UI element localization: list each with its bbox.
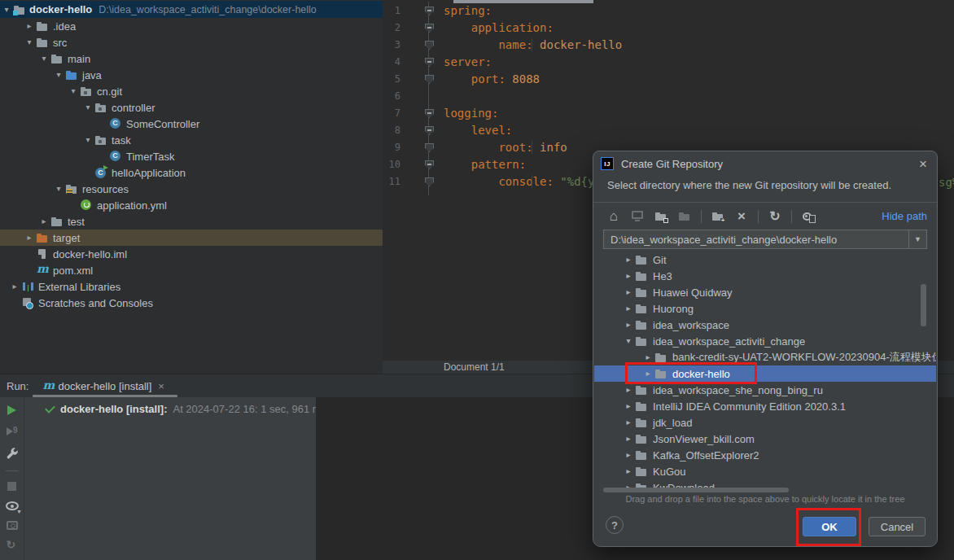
dialog-tree-item-idea-workspace[interactable]: ▸idea_workspace [594, 317, 936, 333]
code-text[interactable]: pattern: [444, 158, 526, 171]
tree-item-resources[interactable]: ▾resources [0, 181, 383, 197]
auto-rerun-sync-button[interactable] [7, 540, 18, 552]
thread-dump-camera-button[interactable] [7, 521, 18, 530]
code-text[interactable]: spring: [444, 4, 492, 17]
tree-item-docker-hello-iml[interactable]: docker-hello.iml [0, 246, 383, 262]
chevron-down-icon[interactable]: ▾ [52, 67, 65, 83]
code-line-6[interactable]: 6 [383, 87, 954, 104]
chevron-right-icon[interactable]: ▸ [622, 300, 635, 317]
code-line-1[interactable]: 1spring: [383, 2, 954, 19]
dialog-tree-item-huawei-quidway[interactable]: ▸Huawei Quidway [594, 284, 936, 300]
fold-column[interactable] [400, 36, 444, 53]
dropdown-button[interactable]: ▼ [908, 230, 926, 248]
project-directory-button[interactable] [677, 209, 692, 224]
code-text[interactable]: root: info [444, 141, 567, 154]
cancel-button[interactable]: Cancel [869, 517, 926, 536]
chevron-right-icon[interactable]: ▸ [622, 414, 635, 431]
tree-item-helloapplication[interactable]: helloApplication [0, 164, 383, 181]
chevron-down-icon[interactable]: ▾ [0, 2, 13, 18]
rerun-failed-tests-button[interactable] [7, 426, 18, 436]
code-line-8[interactable]: 8 level: [383, 121, 954, 138]
chevron-right-icon[interactable]: ▸ [8, 278, 21, 295]
home-directory-button[interactable]: ⌂ [606, 209, 621, 224]
fold-column[interactable] [400, 19, 444, 36]
dialog-tree-item-git[interactable]: ▸Git [594, 252, 936, 268]
chevron-down-icon[interactable]: ▾ [67, 83, 80, 99]
dialog-tree-item-he3[interactable]: ▸He3 [594, 268, 936, 284]
tree-item-controller[interactable]: ▾controller [0, 99, 383, 116]
tree-item-pom-xml[interactable]: pom.xml [0, 262, 383, 278]
code-line-3[interactable]: 3 name: docker-hello [383, 36, 954, 53]
path-combo-box[interactable]: D:\idea_workspace_activiti_change\docker… [603, 230, 927, 249]
run-tab-docker-hello-install[interactable]: docker-hello [install] × [42, 374, 164, 397]
run-result-row[interactable]: docker-hello [install]: At 2024-07-22 16… [46, 403, 316, 415]
module-directory-button[interactable] [654, 209, 668, 224]
chevron-right-icon[interactable]: ▸ [37, 213, 50, 230]
show-hidden-files-button[interactable] [801, 209, 816, 224]
tree-item-src[interactable]: ▾src [0, 34, 383, 50]
chevron-right-icon[interactable]: ▸ [23, 18, 36, 34]
dialog-title-bar[interactable]: IJ Create Git Repository × [593, 151, 937, 176]
desktop-directory-button[interactable] [630, 209, 645, 224]
chevron-right-icon[interactable]: ▸ [622, 447, 635, 463]
chevron-right-icon[interactable]: ▸ [622, 398, 635, 414]
chevron-right-icon[interactable]: ▸ [622, 382, 635, 398]
chevron-right-icon[interactable]: ▸ [622, 284, 635, 300]
dialog-tree-item-huorong[interactable]: ▸Huorong [594, 300, 936, 317]
dialog-tree-item-jsonviewer-bkill-com[interactable]: ▸JsonViewer_bkill.com [594, 431, 936, 447]
fold-column[interactable] [400, 173, 444, 190]
chevron-down-icon[interactable]: ▾ [81, 132, 94, 148]
tree-item-external-libraries[interactable]: ▸External Libraries [0, 278, 383, 295]
tree-item-somecontroller[interactable]: SomeController [0, 116, 383, 132]
chevron-down-icon[interactable]: ▾ [23, 34, 36, 50]
tree-item-scratches-and-consoles[interactable]: Scratches and Consoles [0, 295, 383, 311]
delete-button[interactable]: × [734, 209, 749, 224]
chevron-right-icon[interactable]: ▸ [622, 317, 635, 333]
build-settings-wrench-button[interactable] [6, 447, 19, 460]
tree-item-test[interactable]: ▸test [0, 213, 383, 230]
code-line-4[interactable]: 4server: [383, 53, 954, 70]
close-tab-icon[interactable]: × [158, 380, 164, 392]
dialog-tree-item-kafka-offsetexplorer2[interactable]: ▸Kafka_OffsetExplorer2 [594, 447, 936, 463]
code-text[interactable]: level: [444, 124, 512, 137]
chevron-right-icon[interactable]: ▸ [622, 431, 635, 447]
chevron-down-icon[interactable]: ▾ [81, 99, 94, 116]
fold-column[interactable] [400, 70, 444, 87]
tree-item-task[interactable]: ▾task [0, 132, 383, 148]
fold-column[interactable] [400, 2, 444, 19]
code-text[interactable]: port: 8088 [444, 72, 540, 85]
code-line-7[interactable]: 7logging: [383, 104, 954, 121]
code-text[interactable]: name: docker-hello [444, 38, 622, 51]
dialog-tree-item-intellij-idea-community-edition-2020-3-1[interactable]: ▸IntelliJ IDEA Community Edition 2020.3.… [594, 398, 936, 414]
chevron-right-icon[interactable]: ▸ [23, 230, 36, 246]
tree-item-java[interactable]: ▾java [0, 67, 383, 83]
chevron-down-icon[interactable]: ▾ [622, 333, 635, 349]
tree-item-application-yml[interactable]: application.yml [0, 197, 383, 213]
dialog-tree-item-jdk-load[interactable]: ▸jdk_load [594, 414, 936, 431]
code-text[interactable]: application: [444, 21, 554, 34]
stop-button[interactable] [7, 482, 16, 491]
refresh-button[interactable]: ↻ [768, 209, 782, 224]
show-options-eye-button[interactable] [6, 501, 19, 510]
dialog-tree-item-kugou[interactable]: ▸KuGou [594, 463, 936, 479]
fold-column[interactable] [400, 104, 444, 121]
new-folder-button[interactable]: + [711, 209, 725, 224]
chevron-right-icon[interactable]: ▸ [622, 463, 635, 479]
code-line-2[interactable]: 2 application: [383, 19, 954, 36]
tree-item-idea[interactable]: ▸.idea [0, 18, 383, 34]
chevron-down-icon[interactable]: ▾ [52, 181, 65, 197]
tree-item-timertask[interactable]: TimerTask [0, 148, 383, 164]
chevron-right-icon[interactable]: ▸ [622, 268, 635, 284]
dialog-tree-item-idea-workspace-she-nong-bing-ru[interactable]: ▸idea_workspace_she_nong_bing_ru [594, 382, 936, 398]
vertical-scrollbar-thumb[interactable] [921, 284, 926, 326]
chevron-down-icon[interactable]: ▾ [37, 50, 50, 67]
fold-column[interactable] [400, 121, 444, 138]
fold-column[interactable] [400, 138, 444, 155]
path-value[interactable]: D:\idea_workspace_activiti_change\docker… [604, 234, 908, 246]
help-button[interactable]: ? [606, 516, 624, 534]
horizontal-scrollbar-thumb[interactable] [603, 488, 789, 492]
dialog-tree-item-idea-workspace-activiti-change[interactable]: ▾idea_workspace_activiti_change [594, 333, 936, 349]
fold-column[interactable] [400, 155, 444, 173]
project-root-row[interactable]: ▾ docker-hello D:\idea_workspace_activit… [0, 1, 383, 18]
code-text[interactable]: server: [444, 55, 492, 68]
